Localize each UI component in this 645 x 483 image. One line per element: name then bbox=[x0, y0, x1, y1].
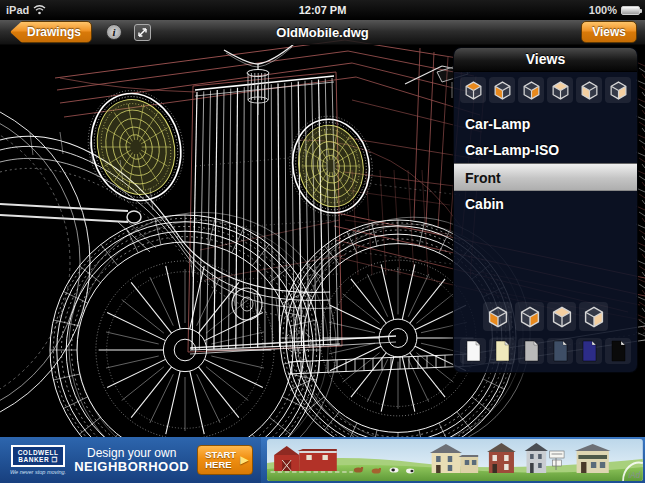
toolbar: Drawings i OldMobile.dwg Views bbox=[0, 20, 645, 45]
info-icon[interactable]: i bbox=[106, 24, 122, 40]
app-root: iPad 12:07 PM 100% Drawings i OldMobile bbox=[0, 0, 645, 483]
iso-cube-nw-icon[interactable] bbox=[579, 302, 608, 331]
view-cube-row bbox=[454, 72, 637, 107]
clock: 12:07 PM bbox=[0, 4, 645, 16]
view-cube-right-icon[interactable] bbox=[518, 77, 544, 103]
paper-color-icon-0[interactable] bbox=[460, 338, 486, 364]
view-cube-back-icon[interactable] bbox=[547, 77, 573, 103]
paper-color-icon-1[interactable] bbox=[489, 338, 515, 364]
ad-logo-line2: BANKER ❐ bbox=[18, 456, 59, 463]
fit-to-screen-icon[interactable] bbox=[134, 24, 151, 41]
view-item-cabin[interactable]: Cabin bbox=[454, 191, 637, 217]
iso-cube-sw-icon[interactable] bbox=[483, 302, 512, 331]
iso-cube-se-icon[interactable] bbox=[515, 302, 544, 331]
iso-cube-row bbox=[454, 297, 637, 335]
iso-cube-ne-icon[interactable] bbox=[547, 302, 576, 331]
ad-headline: Design your own NEIGHBORHOOD bbox=[74, 447, 189, 473]
view-cube-top-icon[interactable] bbox=[460, 77, 486, 103]
paper-color-row bbox=[454, 335, 637, 372]
views-panel: Views Car-Lamp Car-Lamp-ISO Front Cabin bbox=[453, 47, 638, 373]
views-button[interactable]: Views bbox=[581, 21, 637, 43]
view-cube-bottom-icon[interactable] bbox=[605, 77, 631, 103]
view-cube-left-icon[interactable] bbox=[576, 77, 602, 103]
ad-banner[interactable]: COLDWELL BANKER ❐ We never stop moving. … bbox=[0, 437, 645, 483]
paper-color-icon-4[interactable] bbox=[576, 338, 602, 364]
ad-headline-line2: NEIGHBORHOOD bbox=[74, 460, 189, 473]
view-item-car-lamp-iso[interactable]: Car-Lamp-ISO bbox=[454, 137, 637, 163]
views-panel-title: Views bbox=[454, 48, 637, 72]
ad-cta-line2: HERE bbox=[205, 460, 236, 470]
ad-logo-line1: COLDWELL bbox=[18, 449, 59, 456]
ad-left-section: COLDWELL BANKER ❐ We never stop moving. … bbox=[0, 437, 261, 483]
ad-logo-tagline: We never stop moving. bbox=[10, 469, 66, 475]
view-item-car-lamp[interactable]: Car-Lamp bbox=[454, 111, 637, 137]
ad-logo: COLDWELL BANKER ❐ We never stop moving. bbox=[10, 445, 66, 475]
battery-percent: 100% bbox=[589, 4, 617, 16]
iad-watermark: iAd bbox=[629, 470, 641, 481]
paper-color-icon-5[interactable] bbox=[605, 338, 631, 364]
status-bar: iPad 12:07 PM 100% bbox=[0, 0, 645, 20]
view-item-front[interactable]: Front bbox=[454, 163, 637, 191]
ad-illustration: iAd bbox=[267, 439, 643, 481]
page-title: OldMobile.dwg bbox=[0, 25, 645, 40]
paper-color-icon-2[interactable] bbox=[518, 338, 544, 364]
view-list: Car-Lamp Car-Lamp-ISO Front Cabin bbox=[454, 111, 637, 217]
view-cube-front-icon[interactable] bbox=[489, 77, 515, 103]
ad-cta-button[interactable]: START HERE ▶ bbox=[197, 445, 253, 475]
ad-cta-arrow-icon: ▶ bbox=[240, 455, 248, 465]
panel-spacer bbox=[454, 217, 637, 297]
paper-color-icon-3[interactable] bbox=[547, 338, 573, 364]
battery-icon bbox=[621, 6, 640, 15]
drawings-back-button[interactable]: Drawings bbox=[10, 21, 92, 43]
